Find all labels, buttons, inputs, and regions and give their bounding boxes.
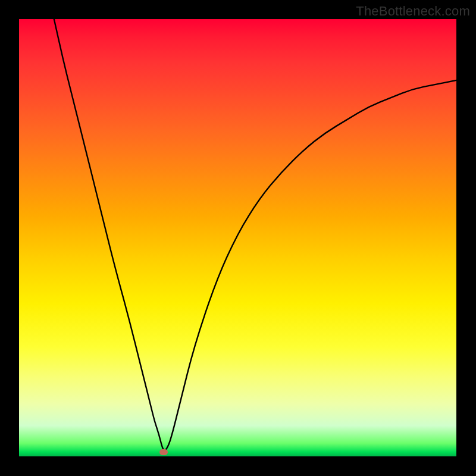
watermark-text: TheBottleneck.com — [356, 4, 470, 19]
chart-frame: TheBottleneck.com — [0, 0, 476, 476]
optimal-point-marker — [159, 449, 168, 455]
bottleneck-curve — [19, 19, 456, 456]
